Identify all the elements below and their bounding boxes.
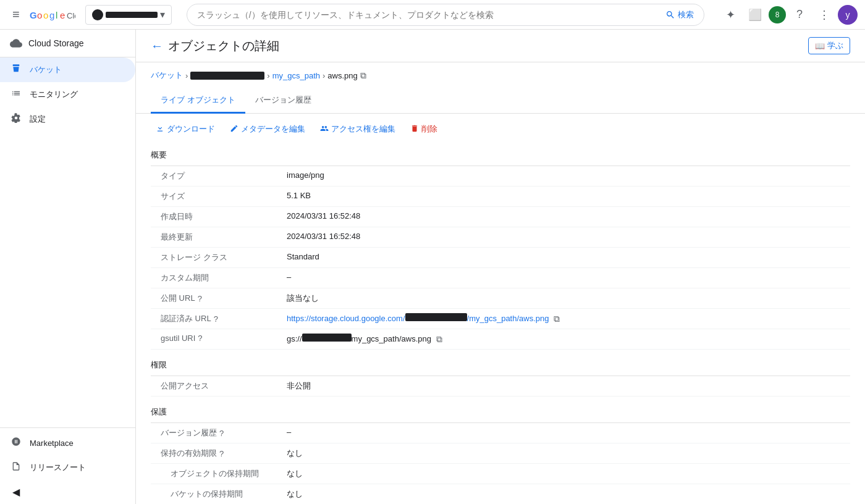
download-button[interactable]: ダウンロード (151, 121, 220, 137)
more-options-icon[interactable]: ⋮ (813, 4, 835, 26)
sidebar-item-release-notes[interactable]: リリースノート (0, 455, 135, 480)
edit-access-button[interactable]: アクセス権を編集 (315, 121, 400, 137)
detail-row-retention-expire: 保持の有効期限 ? なし (151, 443, 850, 464)
breadcrumb: バケット › › my_gcs_path › aws.png ⧉ (136, 62, 865, 88)
detail-row-bucket-retention: バケットの保持期間 なし (151, 484, 850, 504)
tab-version-history[interactable]: バージョン履歴 (245, 88, 321, 114)
auth-url-help-icon[interactable]: ? (214, 314, 218, 324)
label-object-retention: オブジェクトの保持期間 (151, 468, 287, 479)
search-button[interactable]: 検索 (665, 9, 694, 20)
value-retention-expire: なし (287, 448, 850, 459)
tab-live-object[interactable]: ライブ オブジェクト (151, 88, 245, 114)
retention-expire-help-icon[interactable]: ? (219, 449, 224, 458)
sidebar-title: Cloud Storage (28, 38, 84, 48)
back-button[interactable]: ← (151, 39, 163, 53)
svg-text:o: o (43, 10, 48, 20)
label-gsutil-uri: gsutil URI ? (151, 334, 287, 343)
search-input[interactable] (197, 10, 660, 20)
google-cloud-logo: G o o g l e Cloud (30, 7, 75, 22)
bookmark-icon[interactable]: ✦ (719, 4, 741, 26)
copy-gsutil-icon[interactable]: ⧉ (436, 334, 442, 344)
sidebar-label-buckets: バケット (30, 64, 62, 75)
notification-badge[interactable]: 8 (769, 6, 786, 23)
tabs: ライブ オブジェクト バージョン履歴 (136, 88, 865, 114)
breadcrumb-sep3: › (323, 71, 325, 80)
permissions-header: 権限 (151, 355, 850, 376)
svg-text:G: G (30, 10, 37, 20)
value-object-retention: なし (287, 468, 850, 479)
detail-row-version-history: バージョン履歴 ? – (151, 423, 850, 443)
breadcrumb-bucket-link[interactable]: バケット (151, 70, 183, 81)
edit-access-icon (320, 124, 329, 135)
detail-row-custom-period: カスタム期間 – (151, 268, 850, 288)
label-storage-class: ストレージ クラス (151, 252, 287, 263)
value-custom-period: – (287, 272, 850, 282)
auth-url-link[interactable]: https://storage.cloud.google.com//my_gcs… (287, 314, 551, 323)
sidebar-label-settings: 設定 (30, 114, 46, 125)
toolbar: ダウンロード メタデータを編集 アクセス権を編集 削除 (136, 114, 865, 145)
breadcrumb-sep1: › (185, 71, 188, 80)
value-updated: 2024/03/31 16:52:48 (287, 232, 850, 241)
value-size: 5.1 KB (287, 191, 850, 200)
project-dot (92, 9, 103, 20)
svg-rect-7 (13, 64, 20, 66)
gsutil-uri-help-icon[interactable]: ? (198, 334, 202, 343)
value-public-access: 非公開 (287, 380, 850, 392)
sidebar-collapse-btn[interactable]: ◀ (0, 480, 135, 504)
top-nav: ≡ G o o g l e Cloud ▾ 検索 ✦ ⬜ 8 ? ⋮ y (0, 0, 865, 30)
public-url-help-icon[interactable]: ? (198, 294, 202, 303)
label-size: サイズ (151, 191, 287, 202)
sidebar-item-monitoring[interactable]: モニタリング (0, 82, 135, 107)
auth-url-redacted (405, 313, 467, 321)
label-created: 作成日時 (151, 211, 287, 222)
detail-row-created: 作成日時 2024/03/31 16:52:48 (151, 207, 850, 227)
edit-metadata-icon (230, 124, 238, 135)
label-auth-url: 認証済み URL ? (151, 313, 287, 324)
label-version-history: バージョン履歴 ? (151, 427, 287, 439)
sidebar-item-buckets[interactable]: バケット (0, 57, 135, 82)
sidebar-label-monitoring: モニタリング (30, 89, 78, 100)
user-avatar[interactable]: y (838, 5, 858, 25)
detail-row-updated: 最終更新 2024/03/31 16:52:48 (151, 227, 850, 248)
learn-button[interactable]: 📖 学ぶ (808, 37, 850, 54)
value-bucket-retention: なし (287, 489, 850, 500)
value-created: 2024/03/31 16:52:48 (287, 211, 850, 220)
chevron-down-icon: ▾ (160, 9, 165, 20)
learn-icon: 📖 (815, 41, 825, 51)
label-custom-period: カスタム期間 (151, 272, 287, 284)
bucket-icon (10, 64, 22, 76)
project-name-redacted (106, 12, 158, 18)
protection-header: 保護 (151, 401, 850, 423)
delete-button[interactable]: 削除 (405, 121, 442, 137)
settings-icon (10, 113, 22, 125)
search-bar: 検索 (187, 4, 704, 26)
svg-text:l: l (56, 10, 57, 20)
value-version-history: – (287, 427, 850, 437)
svg-text:o: o (37, 10, 42, 20)
sidebar-bottom: Marketplace リリースノート ◀ (0, 427, 135, 504)
release-notes-icon (10, 461, 22, 474)
sidebar-item-marketplace[interactable]: Marketplace (0, 430, 135, 455)
detail-row-public-url: 公開 URL ? 該当なし (151, 288, 850, 309)
project-selector[interactable]: ▾ (85, 5, 172, 25)
terminal-icon[interactable]: ⬜ (744, 4, 766, 26)
copy-breadcrumb-icon[interactable]: ⧉ (360, 70, 366, 81)
sidebar-label-marketplace: Marketplace (30, 439, 74, 448)
delete-icon (410, 124, 419, 135)
label-updated: 最終更新 (151, 232, 287, 243)
page-header: ← オブジェクトの詳細 📖 学ぶ (136, 30, 865, 62)
label-public-access: 公開アクセス (151, 380, 287, 392)
value-public-url: 該当なし (287, 293, 850, 304)
version-history-help-icon[interactable]: ? (219, 429, 224, 438)
help-icon[interactable]: ? (788, 4, 811, 26)
gsutil-uri-redacted (302, 334, 352, 342)
copy-auth-url-icon[interactable]: ⧉ (554, 314, 560, 324)
edit-metadata-button[interactable]: メタデータを編集 (225, 121, 310, 137)
detail-row-public-access: 公開アクセス 非公開 (151, 376, 850, 397)
sidebar-item-settings[interactable]: 設定 (0, 107, 135, 132)
detail-row-storage-class: ストレージ クラス Standard (151, 248, 850, 268)
breadcrumb-path[interactable]: my_gcs_path (272, 71, 320, 80)
download-icon (156, 124, 164, 135)
hamburger-menu[interactable]: ≡ (7, 2, 25, 27)
main-content: ← オブジェクトの詳細 📖 学ぶ バケット › › my_gcs_path › … (136, 30, 865, 504)
